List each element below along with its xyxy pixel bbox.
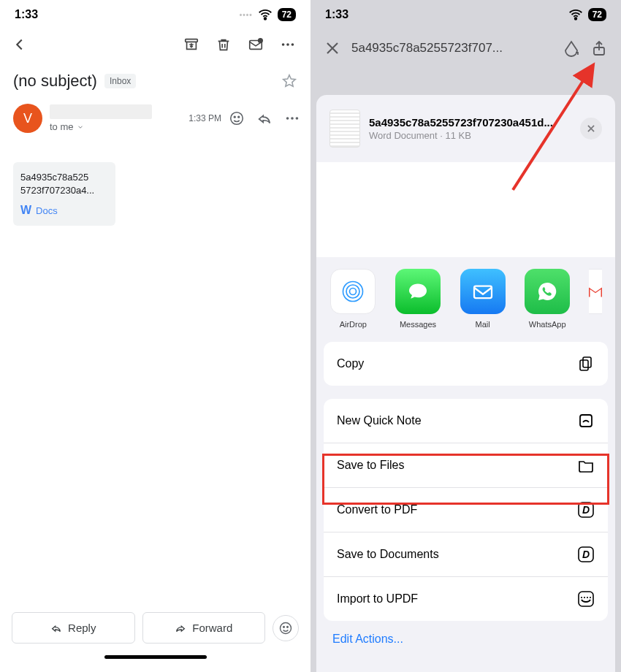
reply-arrow-icon	[50, 622, 62, 634]
message-more-icon[interactable]	[284, 110, 300, 126]
svg-point-13	[281, 622, 292, 633]
react-icon[interactable]	[229, 110, 245, 126]
delete-icon[interactable]	[216, 37, 232, 53]
action-new-quick-note[interactable]: New Quick Note	[324, 399, 608, 443]
wifi-icon-r	[568, 7, 584, 23]
action-label: Save to Files	[337, 459, 404, 472]
action-save-to-documents[interactable]: Save to Documents D	[324, 532, 608, 576]
recipient-line[interactable]: to me	[50, 121, 181, 132]
preview-toolbar: 5a4935c78a5255723f707...	[310, 29, 621, 67]
reply-icon[interactable]	[256, 110, 273, 126]
sender-name-redacted	[50, 104, 152, 119]
doc-thumbnail	[329, 110, 360, 148]
copy-group: Copy	[324, 342, 608, 386]
edit-actions-link[interactable]: Edit Actions...	[316, 621, 615, 650]
action-convert-to-pdf[interactable]: Convert to PDF D	[324, 487, 608, 532]
app-gmail-partial[interactable]	[589, 269, 602, 329]
subject-text: (no subject)	[13, 72, 97, 91]
app-messages[interactable]: Messages	[395, 269, 442, 329]
svg-rect-21	[474, 286, 492, 299]
svg-point-18	[350, 289, 357, 295]
home-indicator[interactable]	[104, 655, 207, 659]
message-time: 1:33 PM	[188, 113, 221, 123]
mark-unread-icon[interactable]	[248, 37, 264, 53]
app-airdrop[interactable]: AirDrop	[329, 269, 377, 329]
subject-row: (no subject) Inbox	[0, 60, 310, 93]
svg-point-12	[296, 117, 299, 120]
copy-label: Copy	[337, 357, 364, 370]
battery-badge-r: 72	[588, 8, 606, 21]
action-label: Convert to PDF	[337, 503, 417, 516]
markup-icon[interactable]	[563, 39, 580, 57]
status-bar-left: 1:33 •••• 72	[0, 0, 310, 29]
svg-point-7	[231, 112, 243, 125]
action-label: Save to Documents	[337, 548, 439, 561]
svg-rect-1	[186, 39, 198, 42]
reply-label: Reply	[68, 622, 96, 634]
share-doc-name: 5a4935c78a5255723f707230a451d...	[369, 116, 571, 129]
share-icon[interactable]	[590, 39, 608, 57]
whatsapp-icon	[525, 269, 570, 314]
avatar[interactable]: V	[13, 104, 42, 133]
battery-badge: 72	[278, 8, 296, 21]
forward-label: Forward	[192, 622, 232, 634]
svg-point-15	[287, 626, 289, 627]
share-close-button[interactable]	[580, 118, 602, 140]
share-header: 5a4935c78a5255723f707230a451d... Word Do…	[316, 95, 615, 162]
more-icon[interactable]	[280, 37, 296, 53]
app-label: Messages	[400, 320, 436, 329]
svg-point-5	[286, 43, 289, 46]
sender-row[interactable]: V to me 1:33 PM	[0, 93, 310, 133]
svg-point-6	[292, 43, 294, 46]
svg-point-19	[346, 285, 359, 298]
svg-point-0	[264, 18, 266, 20]
status-right: •••• 72	[240, 7, 296, 23]
share-apps-row[interactable]: AirDrop Messages Mail WhatsApp	[316, 264, 615, 329]
share-sheet: 5a4935c78a5255723f707230a451d... Word Do…	[316, 95, 615, 672]
action-label: Import to UPDF	[337, 592, 418, 606]
svg-text:D: D	[582, 549, 590, 560]
action-save-to-files[interactable]: Save to Files	[324, 443, 608, 487]
gmail-icon	[589, 269, 602, 314]
svg-point-4	[282, 43, 285, 46]
archive-icon[interactable]	[183, 37, 199, 53]
quicknote-icon	[577, 412, 595, 429]
updf-icon	[577, 590, 595, 608]
action-import-to-updf[interactable]: Import to UPDF	[324, 576, 608, 621]
status-time-r: 1:33	[325, 8, 348, 21]
attachment-name-l2: 5723f707230a4...	[20, 184, 108, 197]
status-bar-right: 1:33 72	[310, 0, 621, 29]
messages-icon	[395, 269, 441, 314]
share-preview-area	[316, 162, 615, 257]
svg-text:D: D	[582, 504, 590, 516]
forward-arrow-icon	[175, 622, 186, 634]
inbox-badge[interactable]: Inbox	[104, 74, 136, 88]
copy-icon	[577, 355, 595, 373]
emoji-button[interactable]	[273, 615, 299, 641]
gmail-bottom-bar: Reply Forward	[0, 612, 310, 659]
svg-rect-22	[583, 357, 591, 367]
attachment-chip[interactable]: 5a4935c78a525 5723f707230a4... W Docs	[13, 162, 115, 226]
app-mail[interactable]: Mail	[459, 269, 506, 329]
back-icon[interactable]	[12, 37, 28, 53]
close-icon[interactable]	[324, 39, 341, 57]
actions-group: New Quick Note Save to Files Convert to …	[324, 399, 608, 621]
forward-button[interactable]: Forward	[142, 612, 266, 644]
svg-point-9	[238, 116, 240, 118]
app-d-icon: D	[577, 546, 595, 563]
reply-button[interactable]: Reply	[12, 612, 135, 644]
svg-point-10	[286, 117, 289, 120]
star-icon[interactable]	[281, 73, 297, 89]
action-label: New Quick Note	[337, 414, 422, 427]
folder-icon	[577, 457, 595, 474]
chevron-down-icon	[77, 123, 84, 131]
preview-pane: 1:33 72 5a4935c78a5255723f707... 5a4935c…	[310, 0, 621, 672]
svg-rect-29	[579, 592, 593, 606]
svg-point-14	[283, 626, 285, 627]
doc-size: 11 KB	[446, 130, 471, 141]
svg-point-11	[291, 117, 294, 120]
attachment-name-l1: 5a4935c78a525	[20, 171, 108, 184]
action-copy[interactable]: Copy	[324, 342, 608, 386]
app-whatsapp[interactable]: WhatsApp	[524, 269, 571, 329]
doc-kind: Word Document	[369, 130, 438, 141]
